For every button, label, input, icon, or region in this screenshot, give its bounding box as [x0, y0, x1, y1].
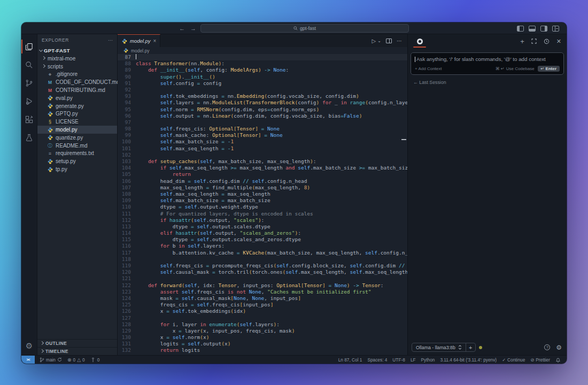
run-python-icon[interactable]: ▷ — [372, 38, 376, 44]
code-line-131[interactable]: 131 logits = self.output(x) — [118, 341, 407, 347]
project-root-gpt-fast[interactable]: GPT-FAST — [37, 46, 117, 55]
cursor-position[interactable]: Ln 87, Col 1 — [336, 356, 365, 364]
code-line-98[interactable]: 98 self.freqs_cis: Optional[Tensor] = No… — [118, 126, 407, 132]
file-item-GPTQ.py[interactable]: GPTQ.py — [37, 110, 117, 118]
code-line-129[interactable]: 129 x = layer(x, input_pos, freqs_cis, m… — [118, 328, 407, 334]
folder-item-scripts[interactable]: scripts — [37, 63, 117, 71]
testing-icon[interactable] — [21, 128, 37, 147]
code-line-121[interactable]: 121 — [118, 275, 407, 282]
code-line-124[interactable]: 124 mask = self.causal_mask[None, None, … — [118, 295, 407, 302]
notifications-bell[interactable] — [553, 356, 563, 364]
command-center-search[interactable]: gpt-fast — [200, 24, 409, 33]
file-item-requirements.txt[interactable]: ≡requirements.txt — [37, 150, 117, 158]
code-line-90[interactable]: 90 super().__init__() — [118, 74, 407, 80]
new-session-icon[interactable]: + — [520, 37, 524, 45]
code-line-105[interactable]: 105 return — [118, 171, 407, 178]
code-line-115[interactable]: 115 dtype = self.output.scales_and_zeros… — [118, 236, 407, 243]
toggle-secondary-sidebar-icon[interactable] — [540, 26, 547, 32]
code-line-111[interactable]: 111 # For quantized layers, dtype is enc… — [118, 211, 407, 217]
customize-layout-icon[interactable] — [552, 26, 559, 32]
code-line-125[interactable]: 125 freqs_cis = self.freqs_cis[input_pos… — [118, 302, 407, 308]
file-item-quantize.py[interactable]: quantize.py — [37, 134, 117, 142]
last-session-link[interactable]: ← Last Session — [413, 80, 561, 85]
git-branch-item[interactable]: main — [37, 356, 65, 364]
run-debug-icon[interactable] — [21, 92, 37, 110]
code-line-89[interactable]: 89 def __init__(self, config: ModelArgs)… — [118, 67, 407, 73]
source-control-icon[interactable] — [21, 74, 37, 92]
code-line-104[interactable]: 104 if self.max_seq_length >= max_seq_le… — [118, 165, 407, 171]
code-line-112[interactable]: 112 if hasattr(self.output, "scales"): — [118, 217, 407, 224]
code-line-127[interactable]: 127 — [118, 315, 407, 321]
code-line-119[interactable]: 119 self.freqs_cis = precompute_freqs_ci… — [118, 263, 407, 269]
explorer-more-icon[interactable]: ⋯ — [108, 37, 113, 43]
extensions-icon[interactable] — [21, 110, 37, 128]
folder-item-mixtral-moe[interactable]: mixtral-moe — [37, 55, 117, 63]
code-line-114[interactable]: 114 elif hasattr(self.output, "scales_an… — [118, 230, 407, 236]
assistant-input[interactable]: Ask anything, '/' for slash commands, '@… — [411, 52, 564, 75]
code-line-120[interactable]: 120 self.causal_mask = torch.tril(torch.… — [118, 269, 407, 275]
forward-button[interactable]: → — [190, 25, 196, 32]
code-line-113[interactable]: 113 dtype = self.output.scales.dtype — [118, 224, 407, 230]
enter-button[interactable]: ↵ Enter — [538, 66, 560, 72]
code-line-106[interactable]: 106 head_dim = self.config.dim // self.c… — [118, 178, 407, 184]
prettier-status[interactable]: ⊘ Prettier — [528, 356, 553, 364]
use-codebase-label[interactable]: Use Codebase — [506, 66, 535, 71]
code-line-110[interactable]: 110 dtype = self.output.weight.dtype — [118, 204, 407, 210]
file-item-model.py[interactable]: model.py — [37, 126, 117, 134]
explorer-icon[interactable] — [21, 37, 37, 56]
breadcrumb[interactable]: model.py — [118, 47, 407, 54]
problems-item[interactable]: ⊗0 △0 — [65, 356, 88, 364]
fullscreen-frame-icon[interactable] — [531, 38, 537, 44]
back-button[interactable]: ← — [179, 25, 185, 32]
code-line-123[interactable]: 123 assert self.freqs_cis is not None, "… — [118, 289, 407, 295]
tab-model-py[interactable]: model.py × — [118, 34, 160, 47]
code-area[interactable]: 8788class Transformer(nn.Module):89 def … — [118, 54, 407, 355]
code-line-100[interactable]: 100 self.max_batch_size = -1 — [118, 138, 407, 145]
code-line-99[interactable]: 99 self.mask_cache: Optional[Tensor] = N… — [118, 132, 407, 138]
language-mode[interactable]: Python — [419, 356, 438, 364]
manage-gear-icon[interactable]: ⚙ — [26, 341, 33, 351]
ports-item[interactable]: 0 — [88, 356, 103, 364]
code-line-96[interactable]: 96 self.output = nn.Linear(config.dim, c… — [118, 113, 407, 119]
history-icon[interactable] — [544, 38, 550, 44]
file-item-tp.py[interactable]: tp.py — [37, 165, 117, 173]
split-editor-icon[interactable] — [386, 38, 392, 43]
file-item-LICENSE[interactable]: §LICENSE — [37, 118, 117, 126]
add-model-button[interactable]: + — [466, 343, 475, 351]
code-line-116[interactable]: 116 for b in self.layers: — [118, 243, 407, 249]
code-line-97[interactable]: 97 — [118, 119, 407, 126]
code-line-117[interactable]: 117 b.attention.kv_cache = KVCache(max_b… — [118, 250, 407, 256]
run-dropdown-icon[interactable]: ⌄ — [377, 38, 381, 43]
code-line-118[interactable]: 118 — [118, 256, 407, 263]
code-line-130[interactable]: 130 x = self.norm(x) — [118, 334, 407, 341]
model-select-dropdown[interactable]: Ollama - llama3:8b — [412, 343, 466, 351]
code-line-108[interactable]: 108 self.max_seq_length = max_seq_length — [118, 191, 407, 197]
file-item-CODE_OF_CONDUCT.md[interactable]: MCODE_OF_CONDUCT.md — [37, 78, 117, 86]
settings-gear-icon[interactable]: ⚙ — [556, 344, 562, 351]
search-icon[interactable] — [21, 56, 37, 74]
indentation[interactable]: Spaces: 4 — [365, 356, 390, 364]
code-line-95[interactable]: 95 self.norm = RMSNorm(config.dim, eps=c… — [118, 106, 407, 113]
continue-tab[interactable] — [413, 38, 426, 48]
code-line-107[interactable]: 107 max_seq_length = find_multiple(max_s… — [118, 184, 407, 191]
add-context-button[interactable]: + Add Context — [415, 66, 442, 71]
python-interpreter[interactable]: 3.11.4 64-bit ('3.11.4': pyenv) — [437, 356, 499, 364]
code-line-91[interactable]: 91 self.config = config — [118, 80, 407, 87]
code-line-94[interactable]: 94 self.layers = nn.ModuleList(Transform… — [118, 99, 407, 106]
continue-status[interactable]: ✓ Continue — [499, 356, 528, 364]
code-line-122[interactable]: 122 def forward(self, idx: Tensor, input… — [118, 282, 407, 289]
toggle-primary-sidebar-icon[interactable] — [517, 26, 524, 32]
code-line-132[interactable]: 132 return logits — [118, 347, 407, 353]
eol-sequence[interactable]: LF — [408, 356, 419, 364]
file-item-CONTRIBUTING.md[interactable]: MCONTRIBUTING.md — [37, 86, 117, 94]
code-line-101[interactable]: 101 self.max_seq_length = -1 — [118, 145, 407, 152]
code-line-126[interactable]: 126 x = self.tok_embeddings(idx) — [118, 308, 407, 314]
code-line-102[interactable]: 102 — [118, 152, 407, 158]
code-line-87[interactable]: 87 — [118, 54, 407, 60]
code-line-109[interactable]: 109 self.max_batch_size = max_batch_size — [118, 197, 407, 204]
code-line-88[interactable]: 88class Transformer(nn.Module): — [118, 60, 407, 67]
remote-indicator[interactable]: >< — [21, 356, 35, 364]
file-item-eval.py[interactable]: eval.py — [37, 94, 117, 102]
help-icon[interactable]: ? — [544, 344, 550, 350]
code-line-128[interactable]: 128 for i, layer in enumerate(self.layer… — [118, 321, 407, 328]
